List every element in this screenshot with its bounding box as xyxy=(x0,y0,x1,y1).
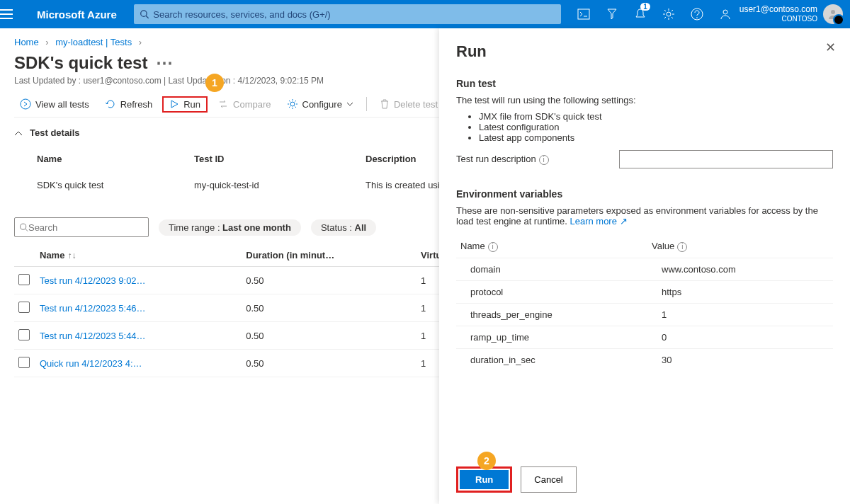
run-duration: 0.50 xyxy=(242,322,416,350)
detail-description: This is created usi xyxy=(366,173,440,197)
view-all-tests-button[interactable]: View all tests xyxy=(14,96,95,113)
env-description: These are non-sensitive parameters expos… xyxy=(456,205,833,227)
header-icons: 1 xyxy=(570,0,740,28)
gear-icon xyxy=(287,98,298,110)
info-icon[interactable]: i xyxy=(539,155,549,165)
info-icon[interactable]: i xyxy=(677,242,687,252)
panel-bullets: JMX file from SDK's quick testLatest con… xyxy=(479,111,833,143)
env-value: 1 xyxy=(647,303,833,326)
time-range-value: Last one month xyxy=(222,222,291,233)
feedback-icon[interactable] xyxy=(711,0,740,28)
info-icon[interactable]: i xyxy=(488,242,498,252)
description-label: Test run descriptioni xyxy=(456,154,612,165)
svg-point-9 xyxy=(21,224,26,229)
run-name-link[interactable]: Quick run 4/12/2023 4:… xyxy=(40,358,142,369)
compare-icon xyxy=(217,98,229,110)
row-checkbox[interactable] xyxy=(18,329,30,340)
status-value: All xyxy=(355,222,367,233)
refresh-button[interactable]: Refresh xyxy=(99,96,159,113)
chevron-right-icon: › xyxy=(139,37,142,47)
run-panel: ✕ Run Run test The test will run using t… xyxy=(439,28,850,504)
global-search-input[interactable] xyxy=(153,9,555,20)
hamburger-icon xyxy=(0,9,13,19)
breadcrumb-parent[interactable]: my-loadtest | Tests xyxy=(55,37,132,47)
run-name-link[interactable]: Test run 4/12/2023 5:44… xyxy=(40,331,146,341)
toolbar-divider xyxy=(366,97,367,111)
env-row: ramp_up_time0 xyxy=(456,326,833,348)
global-search[interactable] xyxy=(134,4,561,24)
breadcrumb-home[interactable]: Home xyxy=(14,37,39,47)
description-row: Test run descriptioni xyxy=(456,150,833,168)
runs-search[interactable] xyxy=(14,217,149,237)
env-name: duration_in_sec xyxy=(456,348,647,371)
trash-icon xyxy=(380,98,390,110)
bullet-item: JMX file from SDK's quick test xyxy=(479,111,833,122)
panel-title: Run xyxy=(456,42,833,61)
arrow-right-circle-icon xyxy=(20,98,31,110)
panel-run-button[interactable]: Run xyxy=(460,470,509,489)
run-name-link[interactable]: Test run 4/12/2023 5:46… xyxy=(40,303,146,314)
col-duration[interactable]: Duration (in minut… xyxy=(242,244,416,267)
col-checkbox xyxy=(14,244,35,267)
col-name: Name xyxy=(37,147,193,171)
svg-point-5 xyxy=(723,10,727,14)
run-name-link[interactable]: Test run 4/12/2023 9:02… xyxy=(40,275,146,286)
notification-badge: 1 xyxy=(640,3,650,11)
settings-icon[interactable] xyxy=(654,0,683,28)
col-run-name[interactable]: Name↑↓ xyxy=(35,244,242,267)
time-range-label: Time range : xyxy=(169,222,222,233)
more-actions-icon[interactable]: ⋯ xyxy=(156,53,173,73)
run-duration: 0.50 xyxy=(242,294,416,322)
run-duration: 0.50 xyxy=(242,350,416,377)
search-icon xyxy=(19,222,28,232)
page-title: SDK's quick test xyxy=(14,53,147,73)
notifications-icon[interactable]: 1 xyxy=(626,0,654,28)
runs-search-input[interactable] xyxy=(28,222,144,233)
help-icon[interactable] xyxy=(683,0,711,28)
status-filter[interactable]: Status : All xyxy=(311,219,376,236)
time-range-filter[interactable]: Time range : Last one month xyxy=(159,219,301,236)
svg-point-7 xyxy=(21,99,30,109)
play-icon xyxy=(169,99,179,109)
svg-point-6 xyxy=(831,10,835,14)
directory-filter-icon[interactable] xyxy=(598,0,626,28)
compare-button[interactable]: Compare xyxy=(212,96,276,113)
panel-intro: The test will run using the following se… xyxy=(456,95,833,105)
run-button[interactable]: Run xyxy=(162,96,208,113)
sort-icon: ↑↓ xyxy=(67,251,76,260)
env-name: domain xyxy=(456,258,647,280)
chevron-up-icon xyxy=(14,130,23,136)
row-checkbox[interactable] xyxy=(18,302,30,313)
row-checkbox[interactable] xyxy=(18,357,30,368)
cloud-shell-icon[interactable] xyxy=(570,0,598,28)
top-header: Microsoft Azure 1 user1@contoso.com CONT… xyxy=(0,0,850,28)
panel-cancel-button[interactable]: Cancel xyxy=(521,466,576,493)
env-row: domainwww.contoso.com xyxy=(456,258,833,280)
test-details-row: SDK's quick test my-quick-test-id This i… xyxy=(37,173,440,197)
env-table: Namei Valuei domainwww.contoso.comprotoc… xyxy=(456,235,833,371)
hamburger-menu[interactable] xyxy=(0,9,28,19)
search-icon xyxy=(140,9,149,19)
env-row: duration_in_sec30 xyxy=(456,348,833,371)
run-label: Run xyxy=(183,99,200,110)
close-panel-button[interactable]: ✕ xyxy=(825,40,836,55)
env-row: threads_per_engine1 xyxy=(456,303,833,326)
env-name: threads_per_engine xyxy=(456,303,647,326)
panel-footer: Run Cancel xyxy=(456,466,577,493)
svg-point-2 xyxy=(667,12,671,16)
env-value: 30 xyxy=(647,348,833,371)
avatar[interactable] xyxy=(823,4,843,24)
svg-point-8 xyxy=(290,102,295,106)
configure-button[interactable]: Configure xyxy=(281,96,359,113)
description-input[interactable] xyxy=(619,150,833,168)
refresh-label: Refresh xyxy=(120,99,153,110)
col-description: Description xyxy=(366,147,440,171)
user-email: user1@contoso.com xyxy=(740,4,817,14)
user-block[interactable]: user1@contoso.com CONTOSO xyxy=(740,4,823,24)
chevron-right-icon: › xyxy=(45,37,48,47)
learn-more-link[interactable]: Learn more ↗ xyxy=(570,216,627,227)
bullet-item: Latest configuration xyxy=(479,122,833,132)
col-test-id: Test ID xyxy=(194,147,364,171)
brand-label[interactable]: Microsoft Azure xyxy=(28,8,125,21)
row-checkbox[interactable] xyxy=(18,274,30,285)
